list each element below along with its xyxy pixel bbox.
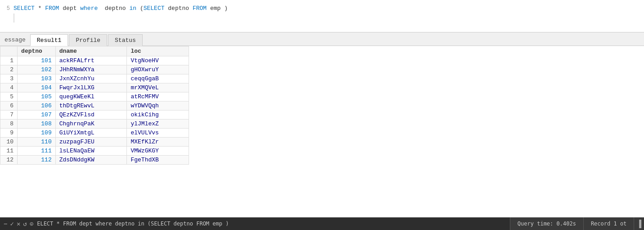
cell-dname: FwqrJxlLXG: [55, 83, 127, 92]
cell-loc: MXEfKlZr: [127, 138, 189, 147]
sql-keyword-select: SELECT: [14, 4, 35, 14]
tab-profile[interactable]: Profile: [69, 34, 107, 46]
cell-deptno: 109: [18, 129, 56, 138]
cell-dname: GiUYiXmtgL: [55, 129, 127, 138]
cell-loc: VMWzGKGY: [127, 147, 189, 156]
cell-rownum: 1: [0, 56, 18, 65]
cell-deptno: 107: [18, 110, 56, 120]
status-bar: − ✓ ✕ ↺ ⊙ ELECT * FROM dept where deptno…: [0, 217, 644, 230]
cell-loc: elVULVvs: [127, 129, 189, 138]
cell-rownum: 7: [0, 110, 18, 120]
table-row[interactable]: 11111lsLENaQaEWVMWzGKGY: [0, 147, 189, 156]
line-number: 5: [2, 4, 10, 14]
sql-text: deptno: [165, 4, 193, 14]
status-left: − ✓ ✕ ↺ ⊙ ELECT * FROM dept where deptno…: [0, 220, 510, 227]
col-header-deptno: deptno: [18, 46, 56, 56]
tab-message-partial[interactable]: essage: [0, 34, 30, 46]
status-action-icons: − ✓ ✕ ↺ ⊙: [4, 220, 33, 227]
table-row[interactable]: 7107QEzKZVFlsdokikCihg: [0, 110, 189, 120]
status-query-time: Query time: 0.402s: [510, 217, 583, 230]
tab-result1-label: Result1: [37, 37, 62, 44]
cell-rownum: 8: [0, 120, 18, 129]
tab-result1[interactable]: Result1: [30, 34, 68, 46]
table-header-row: deptno dname loc: [0, 46, 189, 56]
status-record: Record 1 ot: [583, 217, 634, 230]
status-edge-button[interactable]: ▐: [634, 217, 644, 230]
cell-dname: ZdsDNddgKW: [55, 156, 127, 165]
cell-deptno: 102: [18, 65, 56, 74]
tab-status-label: Status: [115, 37, 136, 44]
cell-loc: atRcMFMV: [127, 92, 189, 101]
table-row[interactable]: 5105quegKWEeKlatRcMFMV: [0, 92, 189, 101]
sql-keyword-in: in: [129, 4, 136, 14]
cell-rownum: 2: [0, 65, 18, 74]
sql-keyword-from2: FROM: [193, 4, 207, 14]
cell-dname: JxnXZcnhYu: [55, 74, 127, 83]
cell-deptno: 103: [18, 74, 56, 83]
cell-dname: JHhRNmWXYa: [55, 65, 127, 74]
cell-deptno: 111: [18, 147, 56, 156]
cell-dname: zuzpagFJEU: [55, 138, 127, 147]
cell-loc: gHOXwruY: [127, 65, 189, 74]
results-table: deptno dname loc 1101ackRFALfrtVtgNoeHV2…: [0, 46, 189, 165]
cell-rownum: 4: [0, 83, 18, 92]
cell-deptno: 108: [18, 120, 56, 129]
table-row[interactable]: 1101ackRFALfrtVtgNoeHV: [0, 56, 189, 65]
cell-deptno: 112: [18, 156, 56, 165]
cell-rownum: 10: [0, 138, 18, 147]
col-header-loc: loc: [127, 46, 189, 56]
tab-status[interactable]: Status: [108, 34, 143, 46]
cell-deptno: 105: [18, 92, 56, 101]
cell-rownum: 11: [0, 147, 18, 156]
status-sql-text: ELECT * FROM dept where deptno in (SELEC…: [37, 221, 229, 227]
sql-text: dept: [59, 4, 80, 14]
status-sql-label: ELECT * FROM dept where deptno in (SELEC…: [37, 221, 229, 227]
cell-dname: ChghrnqPaK: [55, 120, 127, 129]
stop-icon[interactable]: ⊙: [30, 220, 33, 227]
sql-text: emp ): [207, 4, 231, 14]
cell-loc: FgeThdXB: [127, 156, 189, 165]
cell-deptno: 104: [18, 83, 56, 92]
sql-text: deptno: [98, 4, 129, 14]
table-row[interactable]: 3103JxnXZcnhYuceqqGgaB: [0, 74, 189, 83]
cell-rownum: 6: [0, 101, 18, 110]
check-icon[interactable]: ✓: [10, 220, 14, 227]
sql-text: (: [136, 4, 144, 14]
sql-line-1: 5 SELECT * FROM dept where deptno in ( S…: [2, 4, 642, 14]
table-row[interactable]: 4104FwqrJxlLXGmrXMQVeL: [0, 83, 189, 92]
minus-icon[interactable]: −: [4, 220, 7, 227]
cell-deptno: 110: [18, 138, 56, 147]
cell-deptno: 101: [18, 56, 56, 65]
cell-dname: thDtgREwvL: [55, 101, 127, 110]
cross-icon[interactable]: ✕: [17, 220, 20, 227]
tab-profile-label: Profile: [76, 37, 100, 44]
cell-loc: wYDWVQqh: [127, 101, 189, 110]
sql-editor[interactable]: 5 SELECT * FROM dept where deptno in ( S…: [0, 0, 644, 32]
col-header-dname: dname: [55, 46, 127, 56]
status-right: Query time: 0.402s Record 1 ot ▐: [510, 217, 644, 230]
table-row[interactable]: 8108ChghrnqPaKylJMlexZ: [0, 120, 189, 129]
cell-dname: lsLENaQaEW: [55, 147, 127, 156]
results-area: deptno dname loc 1101ackRFALfrtVtgNoeHV2…: [0, 46, 644, 204]
table-row[interactable]: 10110zuzpagFJEUMXEfKlZr: [0, 138, 189, 147]
sql-keyword-select2: SELECT: [144, 4, 165, 14]
tab-message-label: essage: [5, 37, 26, 43]
table-row[interactable]: 12112ZdsDNddgKWFgeThdXB: [0, 156, 189, 165]
cell-dname: quegKWEeKl: [55, 92, 127, 101]
cell-dname: QEzKZVFlsd: [55, 110, 127, 120]
cell-loc: VtgNoeHV: [127, 56, 189, 65]
results-container[interactable]: deptno dname loc 1101ackRFALfrtVtgNoeHV2…: [0, 46, 644, 204]
cell-rownum: 12: [0, 156, 18, 165]
edge-icon: ▐: [637, 220, 641, 228]
table-row[interactable]: 6106thDtgREwvLwYDWVQqh: [0, 101, 189, 110]
col-header-rownum: [0, 46, 18, 56]
cell-rownum: 9: [0, 129, 18, 138]
cell-loc: ylJMlexZ: [127, 120, 189, 129]
refresh-icon[interactable]: ↺: [23, 220, 27, 227]
cell-loc: okikCihg: [127, 110, 189, 120]
cell-loc: ceqqGgaB: [127, 74, 189, 83]
table-row[interactable]: 9109GiUYiXmtgLelVULVvs: [0, 129, 189, 138]
cell-deptno: 106: [18, 101, 56, 110]
cell-rownum: 5: [0, 92, 18, 101]
table-row[interactable]: 2102JHhRNmWXYagHOXwruY: [0, 65, 189, 74]
